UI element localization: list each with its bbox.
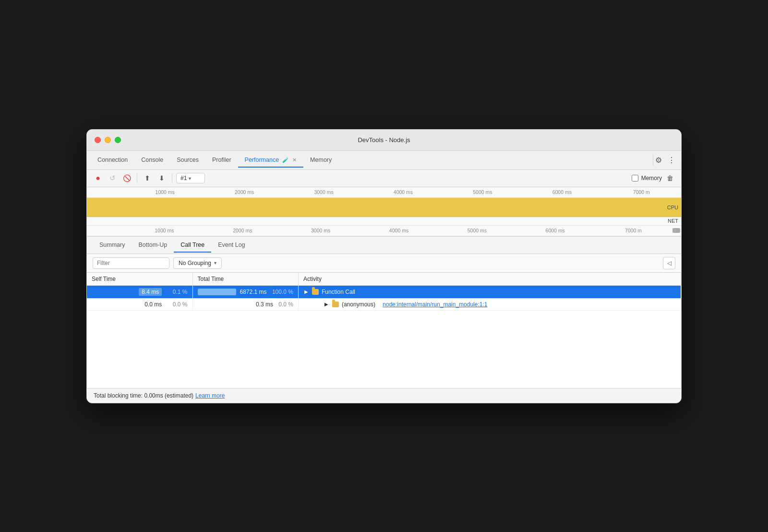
total-bar-fill-0 [198,289,236,295]
devtools-window: DevTools - Node.js Connection Console So… [86,129,682,403]
profile-dropdown[interactable]: #1 ▾ [176,173,205,183]
total-time-pct-0: 100.0 % [272,289,293,295]
download-button[interactable]: ⬇ [156,172,168,184]
profile-dropdown-arrow: ▾ [189,176,191,181]
top-ruler: 1000 ms 2000 ms 3000 ms 4000 ms 5000 ms … [87,187,681,198]
toolbar-separator-2 [172,173,172,183]
memory-label: Memory [641,175,662,181]
tick-4000: 4000 ms [363,189,443,195]
settings-icon[interactable]: ⚙ [655,156,662,165]
cpu-label: CPU [667,205,678,210]
learn-more-link[interactable]: Learn more [195,392,225,399]
grouping-dropdown[interactable]: No Grouping ▾ [173,257,222,269]
activity-cell-1: ▶(anonymous) node:internal/main/run_main… [303,301,676,308]
titlebar: DevTools - Node.js [87,130,681,151]
tabs-bar: Connection Console Sources Profiler Perf… [87,151,681,170]
filter-bar: No Grouping ▾ ◁ [87,254,681,273]
tab-connection[interactable]: Connection [91,153,134,167]
cell-total-time-1: 0.3 ms 0.0 % [192,298,298,310]
analysis-tabs: Summary Bottom-Up Call Tree Event Log [87,237,681,254]
tab-profiler[interactable]: Profiler [205,153,238,167]
expand-arrow-1[interactable]: ▶ [324,302,329,307]
table-row[interactable]: 0.0 ms 0.0 %0.3 ms 0.0 %▶(anonymous) nod… [87,298,681,310]
btick-3000: 3000 ms [282,228,360,233]
memory-checkbox-area: Memory [632,175,662,181]
memory-checkbox[interactable] [632,175,638,181]
total-time-ms-0: 6872.1 ms [240,289,267,295]
tick-5000: 5000 ms [443,189,522,195]
traffic-lights [95,137,121,143]
tick-3000: 3000 ms [284,189,363,195]
tab-bottom-up[interactable]: Bottom-Up [132,238,174,252]
net-label: NET [668,218,678,224]
cell-self-time-1: 0.0 ms 0.0 % [87,298,192,310]
activity-name-1: (anonymous) [342,301,375,308]
btick-6000: 6000 ms [516,228,594,233]
toolbar: ● ↺ 🚫 ⬆ ⬇ #1 ▾ Memory 🗑 [87,170,681,187]
toolbar-separator-1 [137,173,137,183]
cpu-bar: CPU [87,198,681,217]
cell-self-time-0: 8.4 ms 0.1 % [87,285,192,298]
record-button[interactable]: ● [92,172,104,184]
activity-name-0: Function Call [322,289,355,295]
minimize-button[interactable] [105,137,111,143]
tick-7000: 7000 m [602,189,681,195]
upload-button[interactable]: ⬆ [141,172,154,184]
tab-performance[interactable]: Performance 🧪 ✕ [238,153,304,167]
tab-sources[interactable]: Sources [170,153,205,167]
close-button[interactable] [95,137,101,143]
table-container: Self Time Total Time Activity 8.4 ms 0.1… [87,273,681,388]
filter-input[interactable] [93,257,169,269]
total-time-pct-1: 0.0 % [278,301,293,308]
total-time-ms-1: 0.3 ms [256,301,273,308]
window-title: DevTools - Node.js [358,136,410,144]
performance-tab-close-icon[interactable]: ✕ [292,157,297,163]
tab-call-tree[interactable]: Call Tree [174,238,211,252]
cell-total-time-0: 6872.1 ms 100.0 % [192,285,298,298]
net-bar: NET [87,217,681,226]
tabs-actions: ⚙ ⋮ [655,156,677,165]
bottom-ruler: 1000 ms 2000 ms 3000 ms 4000 ms 5000 ms … [87,226,681,236]
delete-button[interactable]: 🗑 [664,172,676,184]
btick-2000: 2000 ms [204,228,282,233]
status-bar: Total blocking time: 0.00ms (estimated) … [87,388,681,403]
self-time-ms-1: 0.0 ms [144,301,162,308]
header-activity: Activity [298,273,681,286]
folder-icon-0 [312,289,319,295]
more-options-icon[interactable]: ⋮ [668,156,675,165]
status-text: Total blocking time: 0.00ms (estimated) [94,392,193,399]
tab-summary[interactable]: Summary [93,238,132,252]
reload-button[interactable]: ↺ [106,172,119,184]
btick-7000: 7000 m [594,228,672,233]
btick-4000: 4000 ms [360,228,438,233]
tab-memory[interactable]: Memory [303,153,338,167]
self-time-bar-0: 8.4 ms [139,288,162,296]
clear-button[interactable]: 🚫 [120,172,133,184]
btick-5000: 5000 ms [438,228,516,233]
tick-2000: 2000 ms [204,189,284,195]
header-self-time: Self Time [87,273,192,286]
timeline-area: 1000 ms 2000 ms 3000 ms 4000 ms 5000 ms … [87,187,681,237]
activity-link-1[interactable]: node:internal/main/run_main_module:1:1 [383,301,487,308]
self-time-ms-0: 8.4 ms [142,289,159,295]
folder-icon-1 [332,302,339,307]
table-row[interactable]: 8.4 ms 0.1 %6872.1 ms 100.0 %▶Function C… [87,285,681,298]
tabs-separator [653,154,653,166]
maximize-button[interactable] [115,137,121,143]
tab-console[interactable]: Console [134,153,170,167]
cell-activity-1: ▶(anonymous) node:internal/main/run_main… [298,298,681,310]
tab-event-log[interactable]: Event Log [211,238,252,252]
expand-arrow-0[interactable]: ▶ [303,289,309,295]
tick-1000: 1000 ms [125,189,204,195]
self-time-pct-0: 0.1 % [164,289,188,295]
performance-flask-icon: 🧪 [282,157,289,163]
btick-1000: 1000 ms [125,228,204,233]
sidebar-toggle-button[interactable]: ◁ [663,257,675,269]
activity-cell-0: ▶Function Call [303,289,676,295]
call-tree-table: Self Time Total Time Activity 8.4 ms 0.1… [87,273,681,311]
header-total-time: Total Time [192,273,298,286]
self-time-pct-1: 0.0 % [164,301,188,308]
cell-activity-0: ▶Function Call [298,285,681,298]
grouping-dropdown-arrow: ▾ [214,260,216,266]
tick-6000: 6000 ms [522,189,601,195]
